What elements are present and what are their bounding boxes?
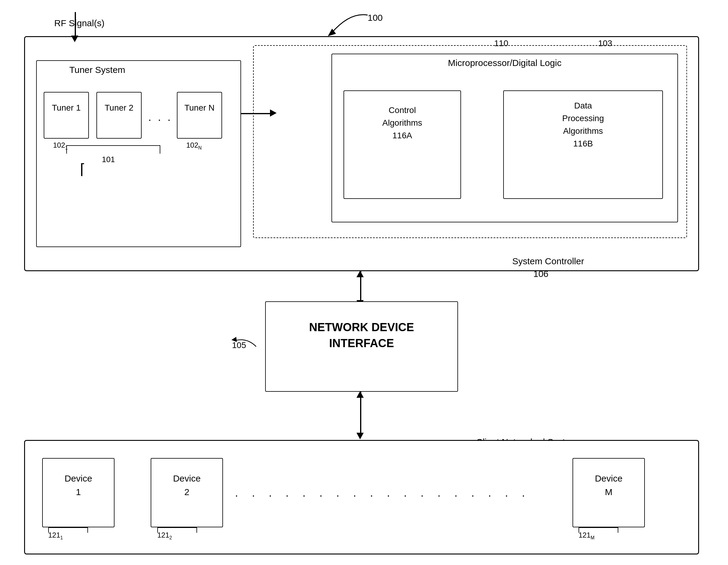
diagram: { "diagram": { "title": "System Diagram"…	[0, 0, 728, 565]
ndi-to-client-head-down	[356, 433, 364, 439]
ref-121-M: 121M	[579, 531, 595, 541]
device1-label: Device1	[42, 472, 115, 499]
ref-103: 103	[598, 39, 612, 48]
ref-102-1: 1021	[53, 141, 68, 151]
sc-to-ndi-head-up	[356, 271, 364, 277]
control-algo-label: ControlAlgorithms116A	[344, 104, 461, 142]
ref-121-2-line	[157, 527, 196, 528]
tuner-to-micro-head	[270, 109, 277, 117]
tuner-system-label: Tuner System	[69, 65, 125, 75]
tuner2-box	[96, 92, 142, 139]
tuner-to-micro-line	[241, 113, 271, 114]
ref-121-2: 1212	[157, 531, 172, 541]
ref-110: 110	[494, 39, 508, 48]
tuner1-box	[44, 92, 89, 139]
rf-arrow-line	[75, 12, 76, 36]
tunerN-box	[177, 92, 222, 139]
tuner2-label: Tuner 2	[96, 102, 142, 114]
ref-121-2-line-left	[157, 527, 158, 533]
ref-121-2-line-right	[196, 527, 197, 533]
ndi-label: NETWORK DEVICEINTERFACE	[265, 319, 458, 351]
tunerN-label: Tuner N	[177, 102, 222, 114]
ref-101-text: 101	[102, 155, 115, 164]
ref-102-N: 102N	[186, 141, 202, 151]
system-controller-ref: 106	[533, 269, 548, 279]
ndi-to-client-line	[360, 392, 361, 434]
ref-121-M-line-right	[618, 527, 618, 533]
ref-121-M-line-left	[579, 527, 579, 533]
tuner-system-box	[36, 60, 241, 247]
ref-100-arrow	[301, 9, 392, 42]
ref-101: ⌈	[80, 163, 86, 173]
rf-arrow-head	[71, 36, 78, 42]
ref-105-line	[211, 331, 271, 356]
svg-marker-1	[231, 337, 237, 342]
ref-101-line	[66, 145, 160, 146]
system-controller-label: System Controller	[512, 256, 584, 266]
ref-101-line-right	[160, 145, 160, 154]
device2-label: Device2	[151, 472, 223, 499]
ndi-to-client-head-up	[356, 391, 364, 398]
deviceM-label: DeviceM	[573, 472, 645, 499]
microprocessor-label: Microprocessor/Digital Logic	[331, 58, 678, 68]
tuner-dots: . . .	[148, 111, 172, 124]
tuner1-label: Tuner 1	[44, 102, 89, 114]
ref-121-1: 1211	[48, 531, 63, 541]
ref-121-1-line	[48, 527, 87, 528]
ref-121-M-line	[579, 527, 618, 528]
ref-121-1-line-right	[87, 527, 88, 533]
device-dots: . . . . . . . . . . . . . . . . . .	[235, 487, 530, 499]
data-proc-label: DataProcessingAlgorithms116B	[503, 99, 663, 150]
rf-signal-label: RF Signal(s)	[54, 18, 105, 28]
ref-101-line-left	[66, 145, 67, 154]
ref-121-1-line-left	[48, 527, 49, 533]
